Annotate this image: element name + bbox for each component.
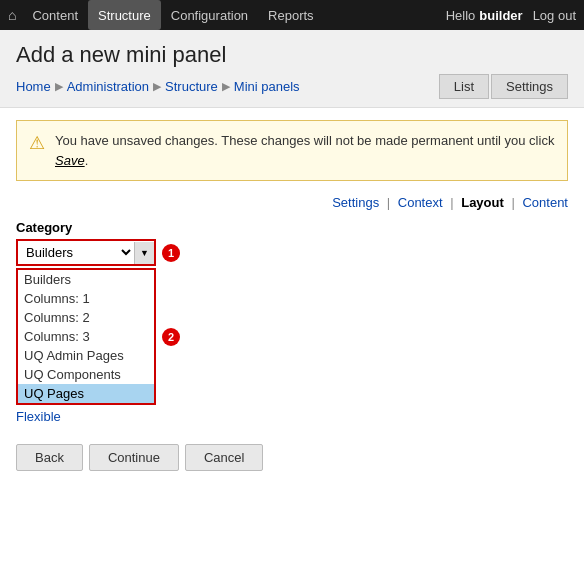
breadcrumb-sep-2: ▶ — [153, 80, 161, 93]
page-title: Add a new mini panel — [16, 42, 568, 68]
save-link[interactable]: Save — [55, 153, 85, 168]
list-item-uq-pages[interactable]: UQ Pages — [18, 384, 154, 403]
tab-list[interactable]: List — [439, 74, 489, 99]
category-list-box: Builders Columns: 1 Columns: 2 Columns: … — [16, 268, 156, 405]
warning-box: ⚠ You have unsaved changes. These change… — [16, 120, 568, 181]
list-item-builders[interactable]: Builders — [18, 270, 154, 289]
top-navigation: ⌂ Content Structure Configuration Report… — [0, 0, 584, 30]
tab-settings[interactable]: Settings — [491, 74, 568, 99]
list-item-uq-components[interactable]: UQ Components — [18, 365, 154, 384]
hello-text: Hello — [446, 8, 476, 23]
home-icon[interactable]: ⌂ — [8, 7, 16, 23]
list-item-columns1[interactable]: Columns: 1 — [18, 289, 154, 308]
nav-item-content[interactable]: Content — [22, 0, 88, 30]
list-item-columns2[interactable]: Columns: 2 — [18, 308, 154, 327]
back-button[interactable]: Back — [16, 444, 83, 471]
category-area: Category Builders ▼ 1 Builders Columns: … — [16, 220, 568, 424]
layout-link[interactable]: Layout — [461, 195, 504, 210]
warning-message: You have unsaved changes. These changes … — [55, 133, 554, 148]
breadcrumb: Home ▶ Administration ▶ Structure ▶ Mini… — [16, 79, 300, 94]
buttons-row: Back Continue Cancel — [16, 444, 568, 471]
nav-right: Hello builder Log out — [446, 8, 576, 23]
settings-link[interactable]: Settings — [332, 195, 379, 210]
breadcrumb-sep-1: ▶ — [55, 80, 63, 93]
breadcrumb-structure[interactable]: Structure — [165, 79, 218, 94]
logout-button[interactable]: Log out — [533, 8, 576, 23]
warning-period: . — [85, 153, 89, 168]
context-link[interactable]: Context — [398, 195, 443, 210]
breadcrumb-row: Home ▶ Administration ▶ Structure ▶ Mini… — [16, 74, 568, 99]
breadcrumb-tabs: List Settings — [439, 74, 568, 99]
breadcrumb-mini-panels[interactable]: Mini panels — [234, 79, 300, 94]
cancel-button[interactable]: Cancel — [185, 444, 263, 471]
category-label: Category — [16, 220, 568, 235]
nav-item-reports[interactable]: Reports — [258, 0, 324, 30]
flexible-link[interactable]: Flexible — [16, 409, 61, 424]
breadcrumb-administration[interactable]: Administration — [67, 79, 149, 94]
main-content: ⚠ You have unsaved changes. These change… — [0, 108, 584, 483]
nav-item-structure[interactable]: Structure — [88, 0, 161, 30]
page-header: Add a new mini panel Home ▶ Administrati… — [0, 30, 584, 108]
continue-button[interactable]: Continue — [89, 444, 179, 471]
breadcrumb-sep-3: ▶ — [222, 80, 230, 93]
breadcrumb-home[interactable]: Home — [16, 79, 51, 94]
list-item-uq-admin-pages[interactable]: UQ Admin Pages — [18, 346, 154, 365]
username: builder — [479, 8, 522, 23]
link-sep-2: | — [450, 195, 457, 210]
content-link[interactable]: Content — [522, 195, 568, 210]
link-sep-1: | — [387, 195, 394, 210]
warning-icon: ⚠ — [29, 132, 45, 154]
link-sep-3: | — [511, 195, 518, 210]
warning-text: You have unsaved changes. These changes … — [55, 131, 555, 170]
nav-item-configuration[interactable]: Configuration — [161, 0, 258, 30]
nav-items: ⌂ Content Structure Configuration Report… — [8, 0, 446, 30]
links-row: Settings | Context | Layout | Content — [16, 195, 568, 210]
badge-2: 2 — [162, 328, 180, 346]
list-item-columns3[interactable]: Columns: 3 — [18, 327, 154, 346]
category-dropdown-wrapper: Builders ▼ — [16, 239, 156, 266]
badge-1: 1 — [162, 244, 180, 262]
category-select[interactable]: Builders — [18, 241, 134, 264]
dropdown-arrow[interactable]: ▼ — [134, 242, 154, 264]
